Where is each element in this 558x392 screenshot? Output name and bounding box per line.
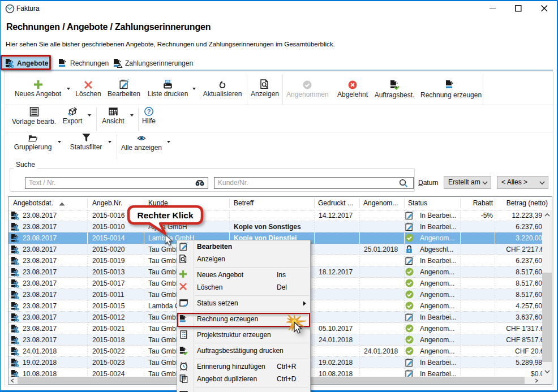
svg-text:Rechter Klick: Rechter Klick bbox=[137, 210, 193, 220]
